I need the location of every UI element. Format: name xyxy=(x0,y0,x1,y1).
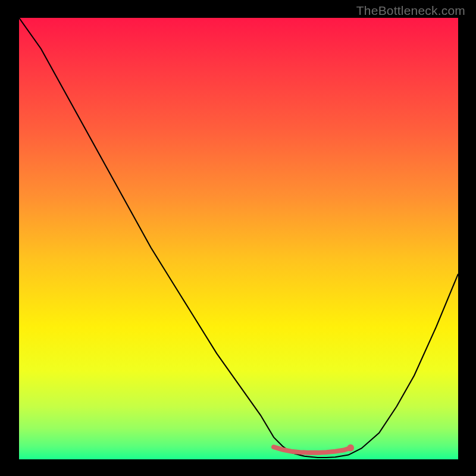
sweet-spot-end-dot xyxy=(347,444,354,452)
watermark-text: TheBottleneck.com xyxy=(356,4,465,18)
bottleneck-chart xyxy=(19,18,458,459)
chart-background xyxy=(19,18,458,459)
chart-svg xyxy=(19,18,458,459)
